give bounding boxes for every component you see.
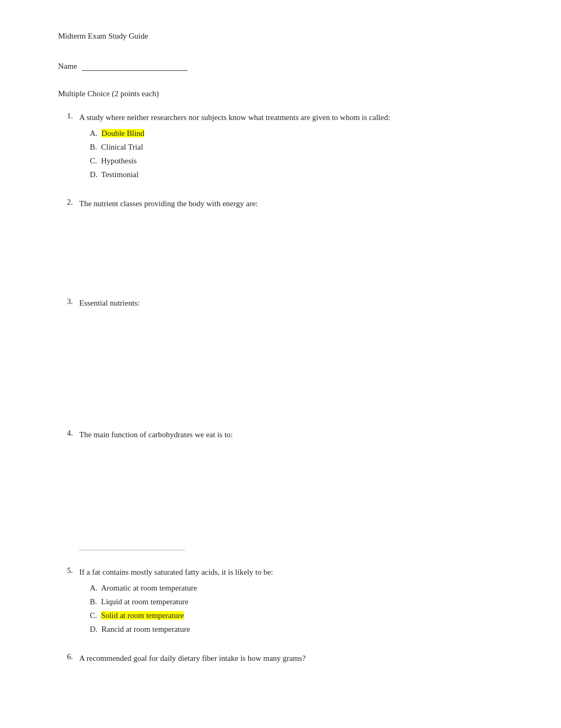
answer-5a-text: Aromatic at room temperature xyxy=(101,584,197,592)
answer-1b: B. Clinical Trial xyxy=(90,141,519,153)
answer-5c: C. Solid at room temperature xyxy=(90,609,519,622)
question-2-content: The nutrient classes providing the body … xyxy=(79,198,519,282)
question-4-text: The main function of carbohydrates we ea… xyxy=(79,429,519,441)
question-1-text: A study where neither researchers nor su… xyxy=(79,112,519,124)
question-6: 6. A recommended goal for daily dietary … xyxy=(58,652,519,729)
answer-5b: B. Liquid at room temperature xyxy=(90,595,519,608)
answer-5d: D. Rancid at room temperature xyxy=(90,623,519,635)
page-container: Midterm Exam Study Guide Name Multiple C… xyxy=(0,0,561,728)
answer-1c-text: Hypothesis xyxy=(101,156,137,165)
question-1-answers: A. Double Blind B. Clinical Trial C. Hyp… xyxy=(90,127,519,181)
name-underline xyxy=(82,70,188,71)
answer-1a-text: Double Blind xyxy=(101,129,144,137)
question-5-number: 5. xyxy=(58,566,73,637)
question-4-content: The main function of carbohydrates we ea… xyxy=(79,429,519,551)
question-3-content: Essential nutrients: xyxy=(79,297,519,413)
question-4: 4. The main function of carbohydrates we… xyxy=(58,429,519,551)
section-header: Multiple Choice (2 points each) xyxy=(58,89,519,98)
name-label: Name xyxy=(58,62,77,70)
question-3-blank xyxy=(79,312,519,381)
question-6-number: 6. xyxy=(58,652,73,729)
question-1-content: A study where neither researchers nor su… xyxy=(79,112,519,182)
question-3: 3. Essential nutrients: xyxy=(58,297,519,413)
answer-5c-text: Solid at room temperature xyxy=(101,611,184,620)
question-6-blank xyxy=(79,667,519,728)
questions-list: 1. A study where neither researchers nor… xyxy=(58,112,519,728)
question-4-answer-line xyxy=(79,543,185,550)
question-1-number: 1. xyxy=(58,112,73,182)
question-5-answers: A. Aromatic at room temperature B. Liqui… xyxy=(90,582,519,635)
question-2-text: The nutrient classes providing the body … xyxy=(79,198,519,210)
question-2-blank xyxy=(79,213,519,281)
answer-1a: A. Double Blind xyxy=(90,127,519,140)
question-1: 1. A study where neither researchers nor… xyxy=(58,112,519,182)
question-6-text: A recommended goal for daily dietary fib… xyxy=(79,652,519,665)
question-5: 5. If a fat contains mostly saturated fa… xyxy=(58,566,519,637)
answer-1b-text: Clinical Trial xyxy=(101,143,143,151)
question-3-number: 3. xyxy=(58,297,73,413)
name-field-row: Name xyxy=(58,62,519,71)
question-6-content: A recommended goal for daily dietary fib… xyxy=(79,652,519,729)
answer-1d-text: Testimonial xyxy=(101,170,139,179)
question-5-text: If a fat contains mostly saturated fatty… xyxy=(79,566,519,578)
answer-1d: D. Testimonial xyxy=(90,168,519,181)
question-2-number: 2. xyxy=(58,198,73,282)
answer-5d-text: Rancid at room temperature xyxy=(101,625,190,633)
question-4-blank xyxy=(79,444,519,512)
question-4-number: 4. xyxy=(58,429,73,551)
page-title: Midterm Exam Study Guide xyxy=(58,32,519,41)
question-5-content: If a fat contains mostly saturated fatty… xyxy=(79,566,519,637)
answer-5a: A. Aromatic at room temperature xyxy=(90,582,519,594)
question-2: 2. The nutrient classes providing the bo… xyxy=(58,198,519,282)
question-3-text: Essential nutrients: xyxy=(79,297,519,309)
answer-5b-text: Liquid at room temperature xyxy=(101,597,188,606)
answer-1c: C. Hypothesis xyxy=(90,154,519,167)
